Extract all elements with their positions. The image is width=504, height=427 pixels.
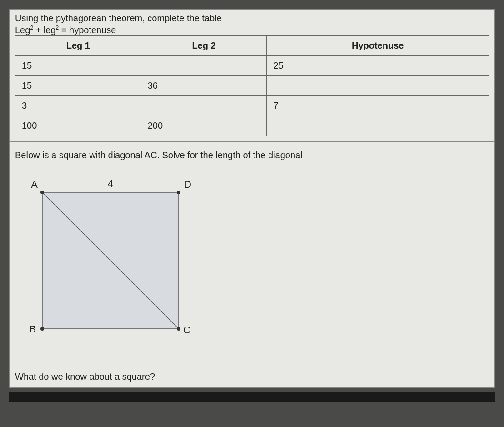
section-pythagorean: Using the pythagorean theorem, complete …	[10, 10, 494, 136]
vertex-c-dot	[177, 327, 180, 331]
cell-leg1[interactable]: 15	[15, 55, 141, 75]
table-row: 100 200	[15, 116, 489, 136]
cell-hyp[interactable]	[267, 75, 489, 95]
square-question: What do we know about a square?	[15, 372, 489, 382]
cell-leg2[interactable]: 36	[141, 75, 267, 95]
cell-leg2[interactable]	[141, 55, 267, 75]
label-c: C	[183, 324, 190, 336]
header-leg2: Leg 2	[141, 35, 267, 55]
intro-text-1: Using the pythagorean theorem, complete …	[15, 13, 489, 24]
vertex-a-dot	[40, 191, 44, 194]
worksheet-container: Using the pythagorean theorem, complete …	[9, 9, 495, 388]
label-a: A	[31, 179, 38, 190]
table-row: 15 25	[15, 55, 489, 75]
table-header-row: Leg 1 Leg 2 Hypotenuse	[15, 35, 489, 55]
formula-eq: = hypotenuse	[59, 25, 116, 35]
section-square: Below is a square with diagonal AC. Solv…	[10, 141, 494, 387]
formula-leg1: Leg	[15, 25, 30, 35]
cell-leg1[interactable]: 3	[15, 95, 141, 116]
header-hypotenuse: Hypotenuse	[267, 35, 489, 55]
vertex-b-dot	[40, 327, 44, 331]
label-b: B	[29, 323, 36, 335]
label-side: 4	[108, 178, 113, 189]
table-row: 3 7	[15, 95, 489, 116]
footer-bar	[9, 392, 495, 402]
intro-text-2: Leg2 + leg2 = hypotenuse	[15, 25, 489, 35]
header-leg1: Leg 1	[15, 35, 141, 55]
table-row: 15 36	[15, 75, 489, 95]
cell-hyp[interactable]	[267, 116, 489, 136]
cell-leg1[interactable]: 100	[15, 116, 141, 136]
cell-hyp[interactable]: 25	[267, 55, 489, 75]
square-svg: A 4 D B C	[24, 174, 197, 347]
cell-hyp[interactable]: 7	[267, 95, 489, 116]
cell-leg2[interactable]	[141, 95, 267, 116]
label-d: D	[184, 179, 191, 190]
square-diagram: A 4 D B C	[15, 170, 489, 358]
formula-plus: + leg	[33, 25, 55, 35]
cell-leg1[interactable]: 15	[15, 75, 141, 95]
cell-leg2[interactable]: 200	[141, 116, 267, 136]
square-problem-text: Below is a square with diagonal AC. Solv…	[15, 150, 489, 161]
pythagorean-table: Leg 1 Leg 2 Hypotenuse 15 25 15 36 3	[15, 35, 489, 136]
vertex-d-dot	[177, 191, 180, 194]
